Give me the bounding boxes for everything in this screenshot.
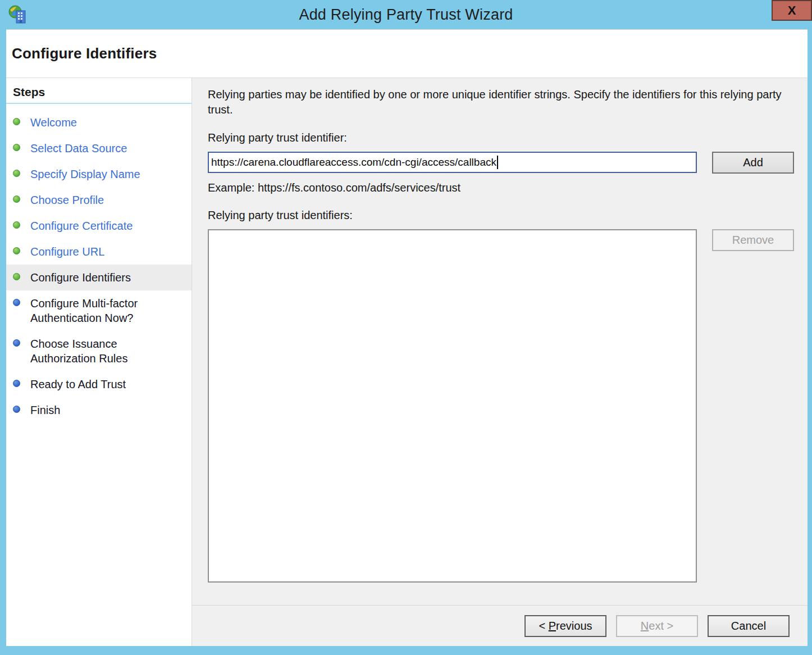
step-label: Specify Display Name	[30, 167, 140, 181]
wizard-window: Add Relying Party Trust Wizard X Configu…	[0, 0, 812, 655]
step-label: Ready to Add Trust	[30, 377, 126, 392]
step-bullet-icon	[13, 170, 20, 177]
step-bullet-icon	[13, 406, 20, 413]
next-accesskey: N	[641, 620, 649, 632]
step-label: Configure Multi-factor Authentication No…	[30, 296, 162, 325]
wizard-frame: Configure Identifiers Steps Welcome Sele…	[6, 29, 808, 646]
sidebar-step-ready-to-add-trust[interactable]: Ready to Add Trust	[6, 371, 191, 397]
step-label: Finish	[30, 403, 60, 417]
next-button[interactable]: Next >	[616, 615, 698, 637]
step-label: Configure Certificate	[30, 219, 133, 233]
step-label: Select Data Source	[30, 141, 127, 156]
titlebar: Add Relying Party Trust Wizard X	[0, 0, 812, 29]
identifier-input[interactable]: https://carena.cloudflareaccess.com/cdn-…	[208, 152, 697, 173]
next-label-rest: ext >	[649, 620, 673, 632]
sidebar-step-choose-issuance-authorization-rules[interactable]: Choose Issuance Authorization Rules	[6, 331, 191, 371]
step-label: Welcome	[30, 115, 77, 130]
sidebar-step-configure-identifiers[interactable]: Configure Identifiers	[6, 265, 191, 290]
identifier-label: Relying party trust identifier:	[208, 131, 808, 144]
sidebar-step-welcome[interactable]: Welcome	[6, 110, 191, 135]
sidebar-step-configure-certificate[interactable]: Configure Certificate	[6, 213, 191, 239]
sidebar-step-specify-display-name[interactable]: Specify Display Name	[6, 161, 191, 187]
page-header: Configure Identifiers	[6, 29, 808, 78]
previous-label-rest: revious	[556, 620, 592, 632]
steps-sidebar: Steps Welcome Select Data Source Specify…	[6, 78, 192, 646]
step-label: Configure Identifiers	[30, 270, 131, 285]
identifiers-listbox[interactable]	[208, 229, 697, 583]
identifier-input-value: https://carena.cloudflareaccess.com/cdn-…	[211, 156, 496, 169]
step-label: Configure URL	[30, 244, 104, 259]
sidebar-step-choose-profile[interactable]: Choose Profile	[6, 187, 191, 213]
add-button[interactable]: Add	[712, 152, 794, 174]
sidebar-step-finish[interactable]: Finish	[6, 397, 191, 423]
steps-list: Welcome Select Data Source Specify Displ…	[6, 110, 191, 423]
previous-label-pre: <	[539, 620, 548, 632]
intro-text: Relying parties may be identified by one…	[208, 87, 793, 117]
step-bullet-icon	[13, 380, 20, 387]
step-bullet-icon	[13, 299, 20, 306]
previous-accesskey: P	[549, 620, 556, 632]
window-title: Add Relying Party Trust Wizard	[0, 0, 812, 29]
example-text: Example: https://fs.contoso.com/adfs/ser…	[208, 181, 808, 194]
footer: < Previous Next > Cancel	[192, 605, 808, 646]
previous-button[interactable]: < Previous	[524, 615, 606, 637]
page-content: Relying parties may be identified by one…	[192, 78, 808, 605]
step-bullet-icon	[13, 144, 20, 151]
close-button[interactable]: X	[772, 0, 812, 21]
sidebar-step-select-data-source[interactable]: Select Data Source	[6, 135, 191, 161]
step-bullet-icon	[13, 118, 20, 125]
step-bullet-icon	[13, 195, 20, 203]
step-bullet-icon	[13, 221, 20, 229]
step-label: Choose Issuance Authorization Rules	[30, 336, 162, 366]
sidebar-step-configure-url[interactable]: Configure URL	[6, 239, 191, 265]
text-caret	[497, 156, 498, 169]
step-label: Choose Profile	[30, 193, 104, 207]
step-bullet-icon	[13, 339, 20, 347]
identifiers-list-label: Relying party trust identifiers:	[208, 209, 808, 222]
page-title: Configure Identifiers	[6, 30, 808, 62]
step-bullet-icon	[13, 273, 20, 280]
cancel-button[interactable]: Cancel	[708, 615, 790, 637]
remove-button[interactable]: Remove	[712, 229, 794, 251]
close-icon: X	[788, 4, 796, 17]
steps-heading: Steps	[6, 78, 191, 104]
sidebar-step-configure-multi-factor-authentication-now[interactable]: Configure Multi-factor Authentication No…	[6, 290, 191, 331]
step-bullet-icon	[13, 247, 20, 254]
